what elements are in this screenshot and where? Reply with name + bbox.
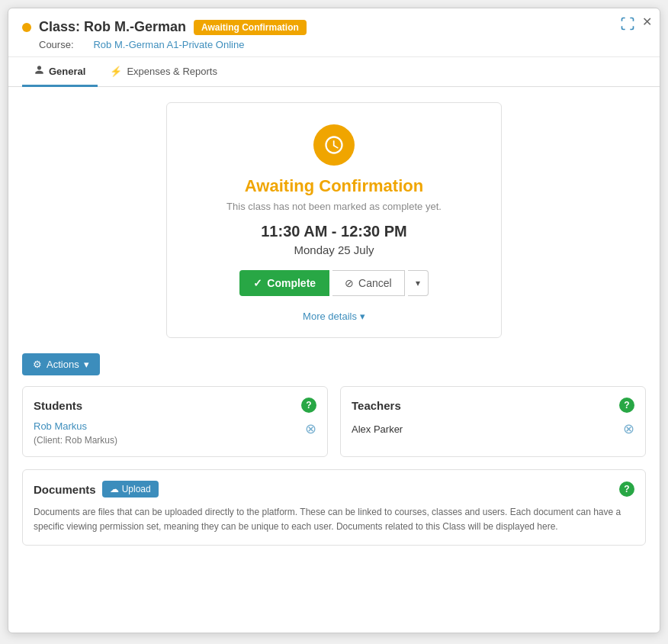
modal-header: Class: Rob M.-German Awaiting Confirmati… [8,8,660,57]
clock-icon [313,124,355,166]
students-title: Students [34,399,82,412]
tab-expenses[interactable]: ⚡ Expenses & Reports [98,57,230,87]
status-dot [22,23,31,32]
documents-description: Documents are files that can be uploaded… [34,505,634,534]
modal: ✕ Class: Rob M.-German Awaiting Confirma… [8,8,660,633]
status-card: Awaiting Confirmation This class has not… [166,102,502,338]
cancel-icon: ⊘ [345,277,354,289]
chevron-down-small-icon: ▾ [360,311,365,322]
tabs: General ⚡ Expenses & Reports [8,57,660,87]
course-link[interactable]: Rob M.-German A1-Private Online [93,39,244,50]
close-button[interactable]: ✕ [642,14,652,29]
student-client: (Client: Rob Markus) [34,435,117,446]
tab-general[interactable]: General [22,57,98,87]
documents-section: Documents ☁ Upload ? Documents are files… [22,469,646,546]
class-time: 11:30 AM - 12:30 PM [182,223,486,240]
dropdown-button[interactable]: ▾ [408,270,429,296]
class-date: Monday 25 July [182,243,486,256]
action-buttons: ✓ Complete ⊘ Cancel ▾ [182,270,486,296]
teachers-help-icon[interactable]: ? [619,398,634,413]
teacher-row: Alex Parker ⊗ [352,420,634,437]
main-content: Awaiting Confirmation This class has not… [8,87,660,561]
students-help-icon[interactable]: ? [301,398,316,413]
remove-student-icon[interactable]: ⊗ [305,420,316,437]
chevron-down-icon: ▾ [416,278,420,288]
teachers-title: Teachers [352,399,401,412]
status-subtitle: This class has not been marked as comple… [182,201,486,212]
actions-button[interactable]: ⚙ Actions ▾ [22,353,100,375]
teachers-section: Teachers ? Alex Parker ⊗ [340,386,646,457]
general-icon [34,65,44,77]
upload-button[interactable]: ☁ Upload [102,481,159,497]
expenses-icon: ⚡ [110,66,122,77]
student-row: Rob Markus (Client: Rob Markus) ⊗ [34,420,316,446]
students-section: Students ? Rob Markus (Client: Rob Marku… [22,386,328,457]
teacher-name: Alex Parker [352,423,403,435]
cancel-button[interactable]: ⊘ Cancel [332,270,405,296]
upload-cloud-icon: ☁ [110,484,119,494]
awaiting-status-title: Awaiting Confirmation [182,176,486,196]
gear-icon: ⚙ [33,359,42,370]
check-icon: ✓ [253,277,262,289]
modal-title: Class: Rob M.-German [39,19,186,35]
dropdown-arrow-icon: ▾ [84,359,89,370]
awaiting-badge: Awaiting Confirmation [194,20,307,35]
documents-title: Documents [34,483,96,496]
tab-general-label: General [49,66,85,77]
documents-help-icon[interactable]: ? [619,481,634,497]
complete-button[interactable]: ✓ Complete [239,270,329,296]
two-column-layout: Students ? Rob Markus (Client: Rob Marku… [22,386,646,457]
remove-teacher-icon[interactable]: ⊗ [623,420,634,437]
focus-icon[interactable] [620,16,635,35]
more-details-link[interactable]: More details ▾ [303,311,365,322]
student-name-link[interactable]: Rob Markus [34,420,117,432]
tab-expenses-label: Expenses & Reports [127,66,217,77]
course-label: Course: [39,39,74,50]
